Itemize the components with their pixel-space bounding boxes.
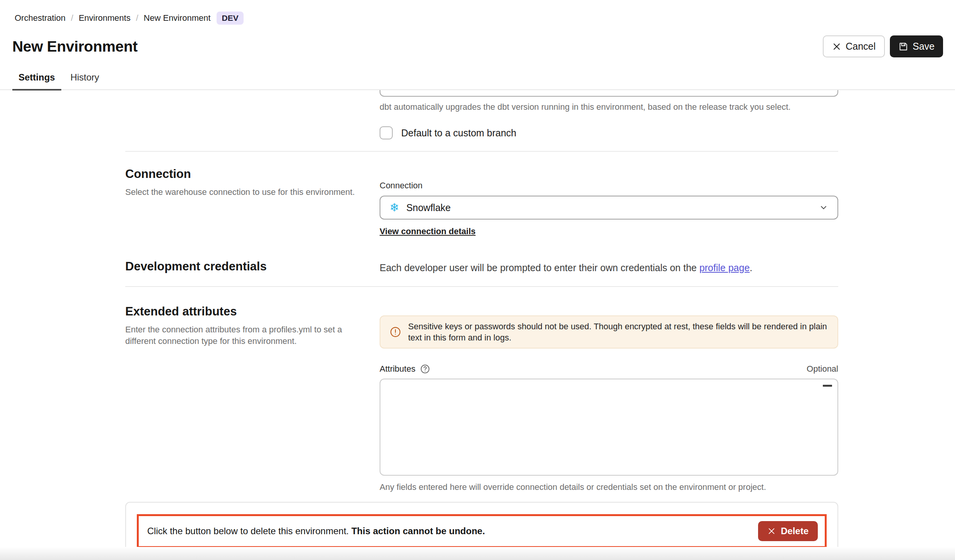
- attributes-label-group: Attributes: [380, 364, 430, 374]
- profile-page-link[interactable]: profile page: [699, 262, 750, 273]
- development-credentials-text: Each developer user will be prompted to …: [380, 262, 838, 274]
- attributes-editor: [380, 379, 838, 476]
- help-icon[interactable]: [420, 364, 430, 374]
- custom-branch-row: Default to a custom branch: [380, 126, 838, 139]
- warning-text: Sensitive keys or passwords should not b…: [408, 321, 828, 343]
- chevron-down-icon: [819, 203, 828, 212]
- development-credentials-heading: Development credentials: [125, 260, 362, 273]
- tabbar-divider: [0, 89, 955, 90]
- development-credentials-intro: Development credentials: [125, 260, 380, 273]
- dev-credentials-text-after: .: [750, 262, 752, 273]
- tab-settings[interactable]: Settings: [12, 72, 61, 91]
- breadcrumb-orchestration[interactable]: Orchestration: [15, 13, 66, 23]
- dev-credentials-text-before: Each developer user will be prompted to …: [380, 262, 699, 273]
- breadcrumb-environments[interactable]: Environments: [79, 13, 131, 23]
- development-credentials-section: Development credentials Each developer u…: [125, 260, 838, 274]
- breadcrumb-separator: /: [136, 13, 138, 23]
- delete-highlight-box: Click the button below to delete this en…: [137, 514, 827, 548]
- tab-bar: Settings History: [12, 72, 943, 89]
- save-button-label: Save: [913, 41, 935, 52]
- extended-attributes-fields: Sensitive keys or passwords should not b…: [380, 315, 838, 493]
- connection-select-value: Snowflake: [406, 202, 451, 213]
- connection-select[interactable]: ❄ Snowflake: [380, 196, 838, 220]
- header-actions: Cancel Save: [823, 35, 943, 57]
- connection-section-intro: Connection Select the warehouse connecti…: [125, 167, 380, 198]
- save-icon: [898, 42, 908, 52]
- extended-attributes-section: Extended attributes Enter the connection…: [125, 287, 838, 493]
- connection-heading: Connection: [125, 167, 362, 181]
- cancel-button[interactable]: Cancel: [823, 35, 885, 57]
- settings-form: dbt automatically upgrades the dbt versi…: [0, 90, 955, 559]
- extended-attributes-heading: Extended attributes: [125, 305, 362, 319]
- connection-section: Connection Select the warehouse connecti…: [125, 152, 838, 236]
- delete-environment-card: Click the button below to delete this en…: [125, 502, 838, 559]
- development-credentials-content: Each developer user will be prompted to …: [380, 260, 838, 274]
- extended-attributes-intro: Extended attributes Enter the connection…: [125, 305, 380, 347]
- attributes-label-row: Attributes Optional: [380, 364, 838, 374]
- delete-button-label: Delete: [781, 526, 809, 537]
- title-row: New Environment Cancel Save: [12, 35, 943, 57]
- snowflake-icon: ❄: [390, 202, 399, 213]
- save-button[interactable]: Save: [890, 35, 943, 57]
- extended-attributes-description: Enter the connection attributes from a p…: [125, 324, 362, 347]
- attributes-label: Attributes: [380, 364, 415, 374]
- custom-branch-checkbox[interactable]: [380, 126, 393, 139]
- delete-message-bold: This action cannot be undone.: [351, 526, 485, 536]
- release-track-select-cutoff[interactable]: [380, 90, 838, 97]
- collapse-editor-icon[interactable]: [823, 385, 832, 387]
- tab-history[interactable]: History: [64, 72, 106, 91]
- connection-field-label: Connection: [380, 180, 838, 191]
- close-icon: [767, 527, 776, 535]
- breadcrumb: Orchestration / Environments / New Envir…: [12, 12, 943, 25]
- page-title: New Environment: [12, 38, 138, 55]
- connection-description: Select the warehouse connection to use f…: [125, 186, 362, 198]
- attributes-textarea[interactable]: [380, 379, 838, 476]
- cancel-button-label: Cancel: [846, 41, 876, 52]
- optional-label: Optional: [807, 364, 838, 374]
- delete-button[interactable]: Delete: [758, 521, 818, 541]
- breadcrumb-new-environment[interactable]: New Environment: [144, 13, 211, 23]
- release-track-helper: dbt automatically upgrades the dbt versi…: [380, 102, 838, 112]
- new-environment-page: Orchestration / Environments / New Envir…: [0, 0, 955, 560]
- custom-branch-label: Default to a custom branch: [401, 127, 516, 139]
- connection-section-fields: Connection ❄ Snowflake View connection d…: [380, 180, 838, 236]
- delete-message-text: Click the button below to delete this en…: [147, 526, 351, 536]
- breadcrumb-separator: /: [71, 13, 73, 23]
- environment-type-badge: DEV: [217, 12, 243, 25]
- sensitive-keys-warning: Sensitive keys or passwords should not b…: [380, 315, 838, 349]
- warning-icon: [390, 326, 401, 338]
- page-header: Orchestration / Environments / New Envir…: [0, 0, 955, 89]
- view-connection-details-link[interactable]: View connection details: [380, 226, 476, 236]
- close-icon: [832, 42, 841, 51]
- attributes-helper: Any fields entered here will override co…: [380, 482, 838, 493]
- delete-message: Click the button below to delete this en…: [147, 526, 485, 537]
